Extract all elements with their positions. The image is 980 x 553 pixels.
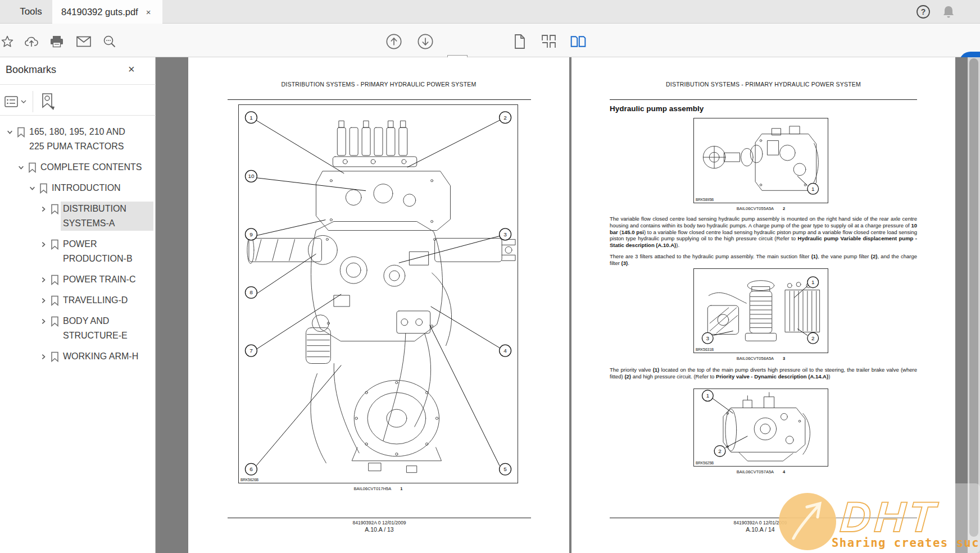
bookmark-item-label: COMPLETE CONTENTS bbox=[38, 160, 153, 175]
bookmark-chevron-icon[interactable] bbox=[38, 272, 48, 287]
figure-code: BRK5626B bbox=[241, 478, 258, 482]
bookmark-list: 165, 180, 195, 210 AND 225 PUMA TRACTORS… bbox=[0, 120, 156, 370]
bookmark-ribbon-icon bbox=[48, 272, 61, 287]
svg-text:5: 5 bbox=[503, 466, 507, 472]
figure-2: 1 BRK5895B bbox=[693, 118, 828, 203]
svg-text:1: 1 bbox=[249, 115, 253, 121]
header-rule bbox=[228, 99, 531, 100]
bookmark-item-label: 165, 180, 195, 210 AND 225 PUMA TRACTORS bbox=[27, 125, 129, 154]
previous-page-icon[interactable] bbox=[385, 33, 402, 50]
figure-caption: BAIL06CVT055A5A2 bbox=[693, 206, 828, 211]
page-header: DISTRIBUTION SYSTEMS - PRIMARY HYDRAULIC… bbox=[188, 81, 569, 88]
figure-3: 1 3 2 BRK5631B bbox=[693, 268, 828, 353]
svg-text:?: ? bbox=[921, 7, 926, 16]
body-paragraph-1: The variable flow closed centre load sen… bbox=[610, 216, 917, 249]
bookmark-ribbon-icon bbox=[48, 293, 61, 308]
bookmark-ribbon-icon bbox=[26, 160, 38, 175]
caret-down-icon bbox=[21, 99, 26, 104]
bookmark-item[interactable]: TRAVELLING-D bbox=[0, 293, 153, 308]
panel-divider bbox=[0, 115, 156, 116]
bookmark-item[interactable]: COMPLETE CONTENTS bbox=[0, 160, 153, 175]
page-footer: 84190392A 0 12/01/2009 A.10.A / 13 bbox=[267, 520, 492, 533]
scrollbar-thumb[interactable] bbox=[969, 58, 978, 537]
tab-tools-label: Tools bbox=[20, 6, 42, 17]
header-rule bbox=[610, 99, 917, 100]
body-paragraph-3: The priority valve (1) located on the to… bbox=[610, 367, 917, 380]
scrolling-page-view-icon[interactable] bbox=[541, 33, 557, 50]
tab-tools[interactable]: Tools bbox=[11, 0, 51, 24]
bookmark-ribbon-icon bbox=[48, 202, 61, 216]
svg-text:7: 7 bbox=[249, 348, 253, 354]
bookmarks-options-row bbox=[0, 89, 156, 115]
figure-caption: BAIL06CVT017H5A1 bbox=[238, 486, 518, 491]
svg-text:9: 9 bbox=[249, 231, 253, 237]
bookmark-ribbon-icon bbox=[48, 314, 61, 328]
bookmark-item-label: POWER PRODUCTION-B bbox=[61, 237, 153, 266]
cloud-upload-icon[interactable] bbox=[24, 33, 40, 50]
notification-bell-icon[interactable] bbox=[941, 4, 956, 20]
help-icon[interactable]: ? bbox=[915, 4, 931, 20]
bookmark-chevron-icon[interactable] bbox=[38, 202, 48, 216]
bookmark-item-label: BODY AND STRUCTURE-E bbox=[61, 314, 153, 343]
bookmark-chevron-icon[interactable] bbox=[27, 181, 37, 195]
tab-document[interactable]: 84190392 guts.pdf × bbox=[52, 0, 162, 24]
search-icon[interactable] bbox=[101, 33, 118, 50]
svg-text:1: 1 bbox=[811, 186, 814, 192]
bookmarks-options-icon[interactable] bbox=[4, 93, 29, 110]
bookmarks-panel: Bookmarks × 1 bbox=[0, 57, 156, 553]
bookmarks-close-icon[interactable]: × bbox=[128, 63, 135, 76]
figure-caption: BAIL06CVT057A5A4 bbox=[693, 469, 828, 474]
tab-close-icon[interactable]: × bbox=[146, 7, 151, 17]
figure-code: BRK5631B bbox=[696, 348, 714, 351]
bookmark-chevron-icon[interactable] bbox=[16, 160, 26, 175]
bookmark-item[interactable]: INTRODUCTION bbox=[0, 181, 153, 195]
two-page-view-icon[interactable] bbox=[570, 33, 587, 50]
body-paragraph-2: There are 3 filters attached to the hydr… bbox=[610, 253, 917, 267]
bookmark-ribbon-icon bbox=[48, 349, 61, 364]
page-header: DISTRIBUTION SYSTEMS - PRIMARY HYDRAULIC… bbox=[571, 81, 955, 88]
bookmark-ribbon-icon bbox=[15, 125, 27, 139]
bookmark-item[interactable]: POWER PRODUCTION-B bbox=[0, 237, 153, 266]
bookmark-item[interactable]: DISTRIBUTION SYSTEMS-A bbox=[0, 202, 153, 231]
page-footer: 84190392A 0 12/01/2009 A.10.A / 14 bbox=[648, 520, 873, 533]
bookmark-item[interactable]: BODY AND STRUCTURE-E bbox=[0, 314, 153, 343]
panel-divider bbox=[0, 84, 156, 85]
svg-text:10: 10 bbox=[248, 173, 255, 179]
figure-code: BRK5895B bbox=[696, 198, 714, 202]
bookmark-chevron-icon[interactable] bbox=[38, 293, 48, 308]
print-icon[interactable] bbox=[48, 33, 65, 50]
options-separator bbox=[33, 91, 33, 112]
svg-text:8: 8 bbox=[249, 289, 253, 295]
bookmark-item-label: WORKING ARM-H bbox=[61, 349, 153, 364]
bookmark-ribbon-icon bbox=[37, 181, 49, 195]
pdf-page-left: DISTRIBUTION SYSTEMS - PRIMARY HYDRAULIC… bbox=[188, 57, 569, 553]
footer-rule bbox=[610, 518, 917, 518]
email-icon[interactable] bbox=[75, 33, 92, 50]
bookmark-ribbon-icon bbox=[48, 237, 61, 252]
pdf-page-right: DISTRIBUTION SYSTEMS - PRIMARY HYDRAULIC… bbox=[571, 57, 955, 553]
bookmark-item-label: POWER TRAIN-C bbox=[61, 272, 153, 287]
toolbar: / 2120 bbox=[0, 24, 980, 57]
svg-text:2: 2 bbox=[718, 448, 721, 454]
bookmark-item[interactable]: 165, 180, 195, 210 AND 225 PUMA TRACTORS bbox=[0, 125, 153, 154]
find-current-bookmark-icon[interactable] bbox=[38, 91, 57, 112]
bookmark-item[interactable]: WORKING ARM-H bbox=[0, 349, 153, 364]
favorite-star-icon[interactable] bbox=[0, 33, 16, 50]
figure-caption: BAIL06CVT058A5A3 bbox=[693, 356, 828, 361]
svg-text:6: 6 bbox=[249, 466, 253, 472]
bookmark-chevron-icon[interactable] bbox=[4, 125, 15, 139]
bookmark-item-label: TRAVELLING-D bbox=[61, 293, 153, 308]
vertical-scrollbar[interactable] bbox=[968, 57, 980, 553]
single-page-view-icon[interactable] bbox=[511, 33, 528, 50]
bookmark-chevron-icon[interactable] bbox=[38, 314, 48, 328]
figure-4: 1 2 BRK5625B bbox=[693, 389, 828, 467]
svg-text:2: 2 bbox=[811, 335, 814, 341]
bookmark-chevron-icon[interactable] bbox=[38, 237, 48, 252]
bookmark-item[interactable]: POWER TRAIN-C bbox=[0, 272, 153, 287]
figure-code: BRK5625B bbox=[696, 461, 714, 465]
svg-text:3: 3 bbox=[503, 231, 507, 237]
svg-text:1: 1 bbox=[706, 392, 709, 399]
next-page-icon[interactable] bbox=[417, 33, 434, 50]
bookmark-item-label: INTRODUCTION bbox=[49, 181, 153, 195]
bookmark-chevron-icon[interactable] bbox=[38, 349, 48, 364]
